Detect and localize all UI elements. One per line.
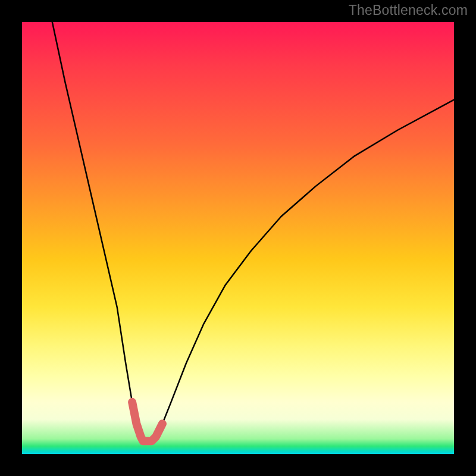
bottleneck-curve <box>52 22 454 441</box>
plot-area <box>22 22 454 454</box>
curve-layer <box>22 22 454 454</box>
chart-frame: TheBottleneck.com <box>0 0 476 476</box>
highlight-segment <box>132 402 162 441</box>
watermark-text: TheBottleneck.com <box>349 2 468 18</box>
